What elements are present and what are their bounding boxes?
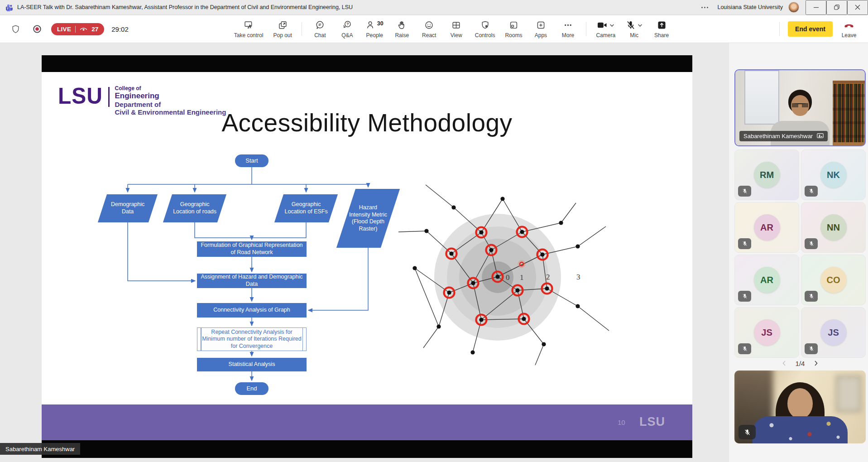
share-button[interactable]: Share	[649, 16, 674, 42]
avatar: AR	[754, 214, 780, 241]
logo-college-bottom: Engineering	[115, 91, 226, 100]
mic-muted-icon	[625, 20, 636, 30]
flow-input-esfs: Geographic Location of ESFs	[274, 194, 338, 222]
participant-tile[interactable]: JS	[734, 307, 799, 358]
flow-input-roads: Geographic Location of roads	[163, 194, 226, 222]
participant-tile[interactable]: CO	[801, 255, 866, 305]
live-divider	[75, 26, 76, 33]
participants-pager: 1/4	[734, 358, 866, 369]
avatar: RM	[754, 162, 780, 188]
flow-end: End	[235, 382, 269, 395]
rooms-button[interactable]: Rooms	[501, 16, 526, 42]
people-button[interactable]: 30 People	[362, 16, 388, 42]
chevron-right-icon	[813, 360, 819, 366]
react-smiley-icon	[424, 20, 434, 30]
view-grid-icon	[451, 20, 461, 30]
flow-step-connectivity: Connectivity Analysis of Graph	[197, 303, 307, 318]
more-button[interactable]: More	[555, 16, 580, 42]
avatar: NK	[820, 162, 847, 188]
raise-hand-button[interactable]: Raise	[389, 16, 415, 42]
account-avatar[interactable]	[788, 2, 799, 13]
controls-shield-gear-icon	[480, 20, 490, 30]
mic-chevron-icon[interactable]	[637, 20, 643, 30]
toolbar-separator	[779, 22, 780, 36]
qa-button[interactable]: ? Q&A	[335, 16, 360, 42]
recording-indicator[interactable]	[29, 21, 45, 37]
flow-step-formulation: Formulation of Graphical Representation …	[197, 241, 307, 257]
shared-content-stage: LSU College of Engineering Department of…	[42, 55, 692, 458]
take-control-button[interactable]: Take control	[230, 16, 268, 42]
network-rings-diagram: 0 1 2 3	[398, 181, 616, 367]
participant-tile[interactable]: AR	[734, 202, 799, 253]
participant-tile[interactable]: NK	[801, 149, 866, 200]
mic-muted-badge	[738, 343, 751, 354]
end-event-button[interactable]: End event	[788, 21, 833, 37]
more-ellipsis-icon	[563, 20, 573, 30]
pop-out-icon	[278, 20, 288, 30]
account-name: Louisiana State University	[717, 4, 783, 10]
leave-call-icon	[843, 20, 855, 30]
mic-button[interactable]: Mic	[621, 16, 647, 42]
window-title: LA-SEER Talk with Dr. Sabarethinam Kames…	[17, 4, 353, 10]
toolbar-left: LIVE 27 29:02	[0, 21, 129, 37]
apps-button[interactable]: Apps	[528, 16, 553, 42]
spotlight-icon	[817, 133, 824, 139]
active-speaker-video[interactable]: Sabarethinam Kameshwar	[734, 69, 866, 146]
close-icon	[855, 5, 860, 10]
toolbar-separator	[586, 22, 586, 36]
attendee-video[interactable]	[734, 371, 866, 443]
mic-muted-badge	[805, 238, 818, 249]
participant-tile[interactable]: RM	[734, 149, 799, 200]
camera-button[interactable]: Camera	[592, 16, 619, 42]
close-button[interactable]	[847, 0, 868, 15]
slide-title: Accessibility Methodology	[42, 108, 692, 137]
title-bar: LA-SEER Talk with Dr. Sabarethinam Kames…	[0, 0, 868, 15]
security-shield-button[interactable]	[8, 22, 23, 37]
avatar: AR	[754, 267, 780, 293]
mic-muted-badge	[738, 186, 751, 197]
chat-icon	[315, 20, 325, 30]
participant-tile[interactable]: AR	[734, 255, 799, 305]
participant-tile[interactable]: NN	[801, 202, 866, 253]
pager-next-button[interactable]	[812, 359, 820, 367]
pager-prev-button[interactable]	[780, 359, 788, 367]
flow-start: Start	[235, 154, 269, 167]
camera-chevron-icon[interactable]	[609, 20, 615, 30]
leave-button[interactable]: Leave	[837, 16, 861, 42]
slide-page-number: 10	[618, 419, 625, 426]
participant-tile[interactable]: JS	[801, 307, 866, 358]
viewers-eye-icon	[80, 26, 87, 32]
svg-text:?: ?	[347, 22, 349, 26]
maximize-button[interactable]	[826, 0, 847, 15]
presenter-name-tag: Sabarethinam Kameshwar	[0, 443, 80, 455]
view-button[interactable]: View	[444, 16, 469, 42]
chat-button[interactable]: Chat	[307, 16, 333, 42]
toolbar-separator	[302, 22, 302, 36]
controls-button[interactable]: Controls	[471, 16, 499, 42]
slide-letterbox-bottom	[42, 440, 692, 458]
pop-out-button[interactable]: Pop out	[269, 16, 296, 42]
avatar: JS	[754, 319, 780, 346]
camera-on-icon	[596, 20, 608, 30]
people-count: 30	[377, 20, 384, 27]
react-button[interactable]: React	[417, 16, 442, 42]
mic-muted-badge	[805, 186, 818, 197]
minimize-button[interactable]	[806, 0, 826, 15]
titlebar-overflow-icon[interactable]	[701, 7, 708, 8]
avatar: NN	[820, 214, 847, 241]
avatar: JS	[820, 319, 847, 346]
shield-icon	[11, 24, 20, 34]
slide-footer-bar: 10 LSU	[42, 404, 692, 440]
toolbar-center: Take control Pop out Chat	[230, 16, 674, 42]
mic-muted-badge	[739, 425, 756, 439]
flow-step-assignment: Assignment of Hazard and Demographic Dat…	[197, 274, 307, 288]
apps-plus-icon	[536, 20, 546, 30]
meeting-toolbar: LIVE 27 29:02 Take control	[0, 15, 868, 43]
qa-icon: ?	[342, 20, 352, 30]
slide-letterbox-top	[42, 55, 692, 72]
flow-step-statistical: Statistical Analysis	[197, 358, 307, 371]
slide-footer-logo: LSU	[639, 415, 665, 429]
viewer-count: 27	[91, 26, 98, 33]
svg-text:1: 1	[520, 273, 524, 282]
svg-text:2: 2	[546, 273, 550, 281]
